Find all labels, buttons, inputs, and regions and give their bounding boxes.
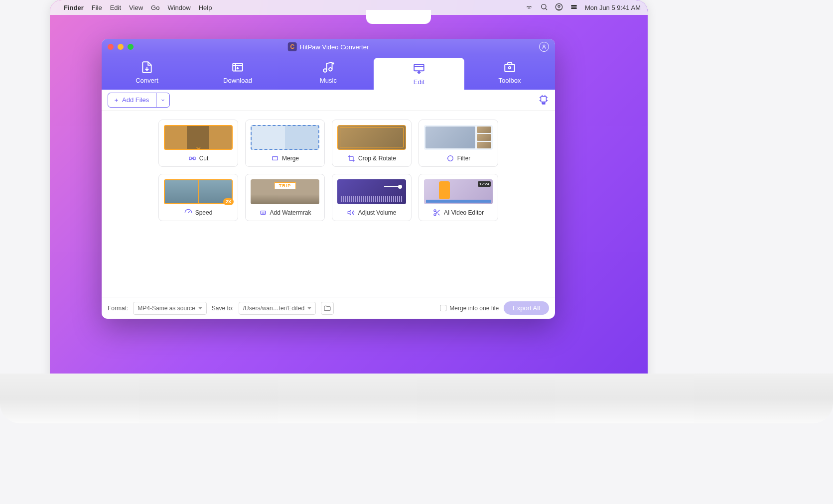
svg-point-22 bbox=[434, 214, 436, 216]
menubar-edit[interactable]: Edit bbox=[110, 4, 121, 11]
svg-rect-3 bbox=[571, 5, 577, 6]
merge-into-one-checkbox[interactable]: Merge into one file bbox=[440, 305, 499, 312]
window-title-text: HitPaw Video Converter bbox=[300, 43, 369, 51]
cut-icon bbox=[188, 154, 196, 162]
crop-label: Crop & Rotate bbox=[358, 155, 396, 162]
ai-label: AI Video Editor bbox=[444, 209, 484, 216]
edit-card-merge[interactable]: Merge bbox=[245, 120, 325, 167]
format-select[interactable]: MP4-Same as source bbox=[133, 302, 206, 315]
account-icon[interactable] bbox=[539, 42, 549, 52]
maximize-button[interactable] bbox=[128, 44, 134, 50]
svg-rect-9 bbox=[414, 64, 424, 71]
macbook-base bbox=[0, 374, 833, 423]
crop-icon bbox=[347, 154, 355, 162]
svg-rect-15 bbox=[189, 157, 191, 159]
svg-point-17 bbox=[192, 158, 193, 159]
svg-rect-11 bbox=[505, 64, 515, 71]
add-files-dropdown[interactable] bbox=[156, 93, 169, 107]
desktop-wallpaper: Finder File Edit View Go Window Help Mon… bbox=[50, 0, 648, 413]
merge-thumbnail bbox=[251, 125, 319, 150]
save-to-select[interactable]: /Users/wan…ter/Edited bbox=[239, 302, 316, 315]
format-label: Format: bbox=[108, 305, 128, 312]
checkbox-icon bbox=[440, 305, 446, 311]
app-window: C HitPaw Video Converter Convert Downloa… bbox=[102, 39, 555, 319]
plus-icon: ＋ bbox=[113, 96, 120, 105]
user-icon[interactable] bbox=[555, 3, 563, 12]
watermark-label: Add Watermrak bbox=[270, 209, 311, 216]
svg-rect-4 bbox=[571, 7, 577, 8]
tab-edit-label: Edit bbox=[414, 78, 424, 86]
edit-card-filter[interactable]: Filter bbox=[418, 120, 498, 167]
edit-cards-area: Cut Merge Crop & Rotate Filter bbox=[102, 111, 555, 297]
close-button[interactable] bbox=[108, 44, 114, 50]
speed-thumbnail: 2X bbox=[164, 179, 233, 204]
svg-point-10 bbox=[418, 71, 419, 72]
menubar-app-name[interactable]: Finder bbox=[64, 4, 84, 11]
tab-edit[interactable]: Edit bbox=[374, 58, 464, 90]
tab-music[interactable]: Music bbox=[283, 55, 374, 90]
menubar-datetime[interactable]: Mon Jun 5 9:41 AM bbox=[585, 4, 641, 11]
save-to-label: Save to: bbox=[212, 305, 234, 312]
edit-card-speed[interactable]: 2X Speed bbox=[158, 174, 238, 221]
edit-card-ai-editor[interactable]: 12:24 AI Video Editor bbox=[418, 174, 498, 221]
export-all-button[interactable]: Export All bbox=[504, 301, 549, 315]
edit-card-crop-rotate[interactable]: Crop & Rotate bbox=[332, 120, 412, 167]
minimize-button[interactable] bbox=[118, 44, 124, 50]
menubar-go[interactable]: Go bbox=[151, 4, 159, 11]
svg-point-7 bbox=[323, 69, 327, 72]
svg-rect-16 bbox=[193, 157, 195, 159]
cut-thumbnail bbox=[164, 125, 233, 150]
menubar-view[interactable]: View bbox=[129, 4, 143, 11]
window-title: C HitPaw Video Converter bbox=[288, 42, 369, 51]
menubar-help[interactable]: Help bbox=[199, 4, 212, 11]
window-titlebar[interactable]: C HitPaw Video Converter bbox=[102, 39, 555, 55]
edit-card-cut[interactable]: Cut bbox=[158, 120, 238, 167]
tab-toolbox[interactable]: Toolbox bbox=[464, 55, 555, 90]
tab-convert-label: Convert bbox=[136, 77, 158, 84]
edit-toolbar: ＋ Add Files on bbox=[102, 90, 555, 111]
cut-label: Cut bbox=[199, 155, 209, 162]
control-center-icon[interactable] bbox=[570, 3, 578, 12]
open-folder-button[interactable] bbox=[321, 302, 334, 315]
volume-label: Adjust Volume bbox=[358, 209, 397, 216]
svg-point-2 bbox=[558, 5, 560, 7]
svg-point-12 bbox=[509, 66, 511, 68]
svg-point-8 bbox=[329, 68, 332, 71]
volume-icon bbox=[347, 209, 355, 217]
macos-menubar: Finder File Edit View Go Window Help Mon… bbox=[50, 0, 648, 15]
watermark-thumbnail: TRIP bbox=[251, 179, 319, 204]
tab-convert[interactable]: Convert bbox=[102, 55, 192, 90]
watermark-icon bbox=[259, 209, 267, 217]
crop-thumbnail bbox=[337, 125, 406, 150]
bottom-bar: Format: MP4-Same as source Save to: /Use… bbox=[102, 297, 555, 319]
speed-icon bbox=[184, 209, 192, 217]
hardware-accel-icon[interactable]: on bbox=[538, 94, 549, 107]
tab-download[interactable]: Download bbox=[192, 55, 283, 90]
menubar-file[interactable]: File bbox=[92, 4, 102, 11]
macbook-notch bbox=[366, 10, 431, 24]
traffic-lights bbox=[108, 44, 134, 50]
svg-rect-18 bbox=[273, 157, 278, 160]
scissors-icon bbox=[433, 209, 441, 217]
svg-point-19 bbox=[447, 156, 453, 161]
speed-label: Speed bbox=[195, 209, 213, 216]
svg-point-21 bbox=[434, 210, 436, 212]
menubar-window[interactable]: Window bbox=[167, 4, 190, 11]
svg-rect-13 bbox=[541, 96, 547, 102]
edit-card-watermark[interactable]: TRIP Add Watermrak bbox=[245, 174, 325, 221]
svg-point-5 bbox=[543, 45, 545, 47]
tab-toolbox-label: Toolbox bbox=[499, 77, 521, 84]
spotlight-icon[interactable] bbox=[540, 3, 548, 12]
add-files-label: Add Files bbox=[122, 96, 149, 104]
filter-icon bbox=[446, 154, 454, 162]
volume-thumbnail bbox=[337, 179, 406, 204]
tab-download-label: Download bbox=[223, 77, 252, 84]
tab-music-label: Music bbox=[320, 77, 337, 84]
add-files-button[interactable]: ＋ Add Files bbox=[108, 93, 170, 108]
app-logo-icon: C bbox=[288, 42, 297, 51]
svg-text:on: on bbox=[542, 102, 545, 105]
wifi-icon[interactable] bbox=[525, 3, 533, 12]
filter-label: Filter bbox=[457, 155, 471, 162]
edit-card-volume[interactable]: Adjust Volume bbox=[332, 174, 412, 221]
svg-point-0 bbox=[542, 4, 546, 8]
